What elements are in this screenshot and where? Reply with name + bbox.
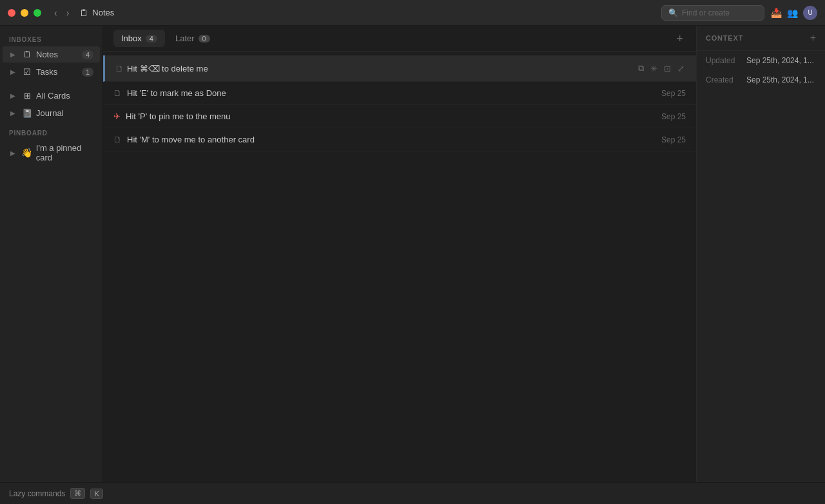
- note-doc-icon: 🗋: [115, 64, 124, 73]
- chevron-icon: ▶: [10, 150, 17, 157]
- minimize-button[interactable]: [21, 9, 28, 17]
- titlebar-right: 🔍 Find or create 📥 👥 U: [661, 5, 817, 21]
- note-title: Hit 'E' to mark me as Done: [127, 88, 656, 98]
- updated-value: Sep 25th, 2024, 1...: [746, 56, 816, 65]
- created-value: Sep 25th, 2024, 1...: [746, 75, 816, 84]
- note-title: Hit 'P' to pin me to the menu: [126, 111, 656, 121]
- search-placeholder: Find or create: [682, 8, 730, 17]
- add-tab-button[interactable]: +: [674, 32, 686, 46]
- note-doc-icon: 🗋: [113, 135, 122, 144]
- updated-label: Updated: [706, 56, 741, 65]
- people-icon[interactable]: 👥: [787, 8, 798, 18]
- pinned-card-emoji: 👋: [21, 148, 32, 158]
- content-area: Inbox 4 Later 0 + 🗋 Hit ⌘⌫ to delete me …: [103, 26, 696, 482]
- keyboard-shortcut-k: K: [90, 489, 102, 499]
- tab-inbox[interactable]: Inbox 4: [113, 30, 165, 47]
- main-layout: INBOXES ▶ 🗒 Notes 4 ▶ ☑ Tasks 1 ▶ ⊞ All …: [0, 26, 825, 482]
- note-title: Hit 'M' to move me to another card: [127, 135, 656, 144]
- tasks-badge: 1: [82, 68, 93, 77]
- table-row[interactable]: 🗋 Hit 'E' to mark me as Done Sep 25: [103, 82, 696, 105]
- tab-inbox-badge: 4: [146, 35, 157, 43]
- note-doc-icon: 🗋: [113, 88, 122, 98]
- context-updated-row: Updated Sep 25th, 2024, 1...: [697, 51, 825, 70]
- tasks-label: Tasks: [36, 67, 78, 77]
- inboxes-section-label: INBOXES: [0, 31, 102, 46]
- back-button[interactable]: ‹: [52, 6, 60, 19]
- note-content: Hit 'M' to move me to another card Sep 2…: [127, 135, 686, 144]
- note-content: Hit ⌘⌫ to delete me: [127, 64, 632, 73]
- note-list: 🗋 Hit ⌘⌫ to delete me ⧉ ✳ ⊡ ⤢ 🗋 Hit 'E' …: [103, 52, 696, 482]
- note-content: Hit 'E' to mark me as Done Sep 25: [127, 88, 686, 98]
- right-panel: CONTEXT + Updated Sep 25th, 2024, 1... C…: [696, 26, 825, 482]
- chevron-icon: ▶: [10, 92, 18, 99]
- context-add-button[interactable]: +: [810, 32, 816, 44]
- window-title: 🗒 Notes: [79, 8, 114, 18]
- note-date: Sep 25: [661, 112, 686, 121]
- bottom-bar: Lazy commands ⌘ K: [0, 482, 825, 504]
- table-row[interactable]: 🗋 Hit 'M' to move me to another card Sep…: [103, 128, 696, 151]
- window-title-text: Notes: [92, 8, 114, 17]
- keyboard-shortcut-cmd: ⌘: [70, 488, 85, 499]
- notes-icon: 🗒: [22, 50, 32, 59]
- note-actions: ⧉ ✳ ⊡ ⤢: [637, 62, 686, 75]
- copy-action-button[interactable]: ⧉: [637, 62, 645, 75]
- nav-buttons: ‹ ›: [52, 6, 72, 19]
- titlebar: ‹ › 🗒 Notes 🔍 Find or create 📥 👥 U: [0, 0, 825, 26]
- sidebar-item-notes[interactable]: ▶ 🗒 Notes 4: [3, 46, 100, 63]
- journal-icon: 📓: [22, 108, 32, 118]
- pinboard-section-label: PINBOARD: [0, 122, 102, 139]
- sidebar-item-all-cards[interactable]: ▶ ⊞ All Cards: [3, 88, 100, 104]
- avatar[interactable]: U: [803, 6, 817, 20]
- search-icon: 🔍: [668, 8, 678, 17]
- all-cards-label: All Cards: [36, 91, 93, 101]
- traffic-lights: [8, 9, 41, 17]
- tab-later[interactable]: Later 0: [168, 30, 218, 47]
- inbox-icon[interactable]: 📥: [771, 8, 782, 18]
- context-header: CONTEXT +: [697, 26, 825, 51]
- pinned-card-label: I'm a pinned card: [36, 143, 93, 162]
- pinned-card-item[interactable]: ▶ 👋 I'm a pinned card: [3, 140, 100, 166]
- notes-badge: 4: [82, 50, 93, 59]
- all-cards-icon: ⊞: [22, 91, 32, 101]
- note-date: Sep 25: [661, 89, 686, 98]
- maximize-button[interactable]: [34, 9, 41, 17]
- note-title: Hit ⌘⌫ to delete me: [127, 64, 632, 73]
- sidebar-item-tasks[interactable]: ▶ ☑ Tasks 1: [3, 64, 100, 80]
- save-action-button[interactable]: ⊡: [663, 63, 672, 75]
- tab-later-badge: 0: [199, 35, 210, 43]
- note-date: Sep 25: [661, 135, 686, 144]
- created-label: Created: [706, 75, 741, 84]
- forward-button[interactable]: ›: [64, 6, 72, 19]
- search-bar[interactable]: 🔍 Find or create: [661, 5, 764, 21]
- close-button[interactable]: [8, 9, 15, 17]
- tabs-bar: Inbox 4 Later 0 +: [103, 26, 696, 52]
- context-title: CONTEXT: [706, 34, 743, 42]
- tasks-icon: ☑: [22, 67, 32, 77]
- table-row[interactable]: ✈ Hit 'P' to pin me to the menu Sep 25: [103, 105, 696, 128]
- sidebar: INBOXES ▶ 🗒 Notes 4 ▶ ☑ Tasks 1 ▶ ⊞ All …: [0, 26, 103, 482]
- tab-later-label: Later: [175, 34, 195, 43]
- lazy-commands-label: Lazy commands: [9, 489, 65, 498]
- titlebar-icons: 📥 👥 U: [771, 6, 817, 20]
- chevron-icon: ▶: [10, 51, 18, 58]
- table-row[interactable]: 🗋 Hit ⌘⌫ to delete me ⧉ ✳ ⊡ ⤢: [103, 55, 696, 82]
- pin-action-button[interactable]: ✳: [649, 63, 659, 75]
- notes-label: Notes: [36, 50, 78, 59]
- sidebar-item-journal[interactable]: ▶ 📓 Journal: [3, 105, 100, 121]
- expand-action-button[interactable]: ⤢: [676, 63, 686, 75]
- note-content: Hit 'P' to pin me to the menu Sep 25: [126, 111, 686, 121]
- chevron-icon: ▶: [10, 110, 18, 117]
- chevron-icon: ▶: [10, 68, 18, 75]
- journal-label: Journal: [36, 108, 93, 118]
- tab-inbox-label: Inbox: [121, 34, 142, 43]
- note-pin-icon: ✈: [113, 111, 121, 121]
- context-created-row: Created Sep 25th, 2024, 1...: [697, 70, 825, 90]
- notes-title-icon: 🗒: [79, 8, 88, 18]
